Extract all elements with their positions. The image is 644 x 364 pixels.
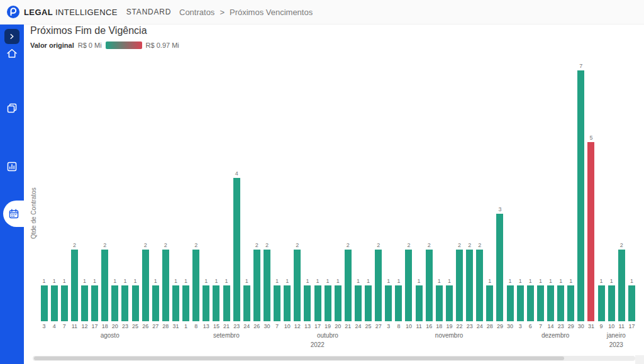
sidebar-item-calendar-active[interactable] — [3, 201, 24, 227]
bar-value-label: 2 — [478, 242, 481, 248]
bar-slot: 226 — [140, 60, 150, 331]
bar-value-label: 1 — [509, 278, 512, 284]
bar[interactable] — [345, 250, 352, 321]
x-tick-label: 30 — [578, 323, 584, 331]
bar[interactable] — [41, 285, 48, 321]
bar[interactable] — [243, 285, 250, 321]
bar[interactable] — [618, 250, 625, 321]
sidebar-item-reports[interactable] — [0, 160, 24, 173]
breadcrumb-proximos-vencimentos[interactable]: Próximos Vencimentos — [230, 8, 313, 17]
bar-value-label: 1 — [134, 278, 137, 284]
bar[interactable] — [628, 285, 635, 321]
bar[interactable] — [132, 285, 139, 321]
bar-value-label: 1 — [630, 278, 633, 284]
bar[interactable] — [335, 285, 341, 321]
bar[interactable] — [294, 250, 301, 321]
bar[interactable] — [182, 285, 189, 321]
bar-slot: 19 — [596, 60, 606, 331]
bar[interactable] — [517, 285, 524, 321]
bar[interactable] — [527, 285, 534, 321]
bar[interactable] — [91, 285, 98, 321]
bar[interactable] — [213, 285, 219, 321]
bar[interactable] — [416, 285, 423, 321]
bar[interactable] — [325, 285, 331, 321]
bar[interactable] — [466, 250, 473, 321]
bar[interactable] — [426, 250, 433, 321]
bar[interactable] — [507, 285, 514, 321]
bar-slot: 113 — [201, 60, 211, 331]
bar[interactable] — [172, 285, 179, 321]
bar[interactable] — [355, 285, 362, 321]
bar[interactable] — [577, 70, 584, 321]
bar[interactable] — [405, 250, 412, 321]
bar[interactable] — [203, 285, 209, 321]
bar[interactable] — [486, 285, 493, 321]
bar[interactable] — [304, 285, 311, 321]
bar-slot: 226 — [252, 60, 262, 331]
bar[interactable] — [253, 250, 260, 321]
x-tick-label: 27 — [152, 323, 158, 331]
bar[interactable] — [264, 250, 270, 321]
bar[interactable] — [71, 250, 78, 321]
bar[interactable] — [456, 250, 463, 321]
bar[interactable] — [274, 285, 280, 321]
bar[interactable] — [587, 142, 594, 321]
bar[interactable] — [476, 250, 483, 321]
bar[interactable] — [233, 178, 240, 321]
bar-value-label: 3 — [498, 206, 501, 212]
bar[interactable] — [81, 285, 88, 321]
bar[interactable] — [111, 285, 118, 321]
bar[interactable] — [385, 285, 392, 321]
bar-slot: 222 — [454, 60, 464, 331]
bar[interactable] — [395, 285, 402, 321]
bar[interactable] — [496, 214, 503, 321]
bar[interactable] — [557, 285, 564, 321]
bar-slot: 110 — [606, 60, 616, 331]
bar[interactable] — [61, 285, 68, 321]
bar[interactable] — [547, 285, 554, 321]
x-tick-label: 4 — [53, 323, 56, 331]
bar-slot: 130 — [505, 60, 515, 331]
x-tick-label: 30 — [264, 323, 270, 331]
x-tick-label: 10 — [284, 323, 291, 331]
bar[interactable] — [365, 285, 372, 321]
bar-value-label: 1 — [204, 278, 208, 284]
bar[interactable] — [223, 285, 230, 321]
bar-chart-icon — [6, 160, 18, 173]
x-tick-label: 31 — [588, 323, 594, 331]
bar-slot: 13 — [39, 60, 49, 331]
bar[interactable] — [101, 250, 108, 321]
bar[interactable] — [537, 285, 544, 321]
bar[interactable] — [446, 285, 453, 321]
bar[interactable] — [436, 285, 443, 321]
bar-slot: 124 — [242, 60, 252, 331]
breadcrumb-contratos[interactable]: Contratos — [179, 8, 214, 17]
x-tick-label: 25 — [365, 323, 372, 331]
sidebar-item-home[interactable] — [0, 47, 24, 60]
bar-value-label: 2 — [265, 242, 269, 248]
bar[interactable] — [142, 250, 149, 321]
x-tick-label: 8 — [194, 323, 197, 331]
bar[interactable] — [598, 285, 605, 321]
sidebar-item-documents[interactable] — [0, 102, 24, 114]
horizontal-scrollbar[interactable] — [33, 356, 635, 361]
bar[interactable] — [162, 250, 169, 321]
bar-value-label: 1 — [519, 278, 522, 284]
bar-slot: 124 — [353, 60, 363, 331]
x-tick-label: 8 — [397, 323, 400, 331]
bar[interactable] — [192, 250, 199, 321]
bar[interactable] — [284, 285, 291, 321]
bar[interactable] — [51, 285, 58, 321]
bar[interactable] — [314, 285, 321, 321]
x-tick-label: 24 — [477, 323, 483, 331]
bar-slot: 13 — [515, 60, 525, 331]
bar[interactable] — [608, 285, 615, 321]
bar[interactable] — [152, 285, 159, 321]
bar[interactable] — [567, 285, 574, 321]
bar-slot: 117 — [313, 60, 323, 331]
bar[interactable] — [375, 250, 382, 321]
scrollbar-thumb[interactable] — [34, 356, 564, 360]
sidebar-expand-button[interactable] — [4, 29, 19, 44]
bar[interactable] — [121, 285, 128, 321]
bar-value-label: 1 — [43, 278, 46, 284]
